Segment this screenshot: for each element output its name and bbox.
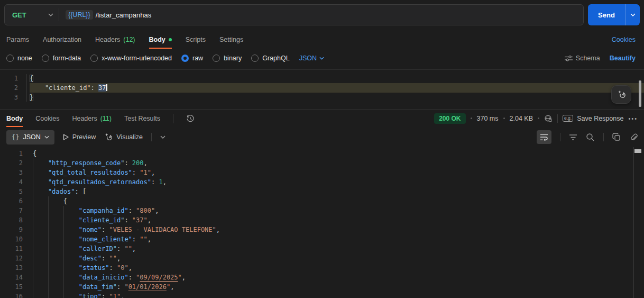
response-scrollbar-track[interactable] [633,147,634,298]
indent-guide [63,206,64,298]
line-number: 11 [0,244,23,254]
visualize-button[interactable]: Visualize [104,133,143,141]
url-variable-chip[interactable]: {{URL}} [66,10,93,20]
response-format-dropdown[interactable]: {} JSON [6,130,54,145]
send-split-button: Send [588,4,640,25]
filter-icon [569,134,577,141]
curly-braces-icon: {} [12,133,19,141]
divider [557,114,558,123]
radio-circle [213,55,220,62]
radio-circle [42,55,49,62]
status-badge[interactable]: 200 OK [434,113,465,124]
link-button[interactable] [629,133,638,141]
copy-icon [612,133,621,141]
code-line: 7 "campanha_id": "800", [0,206,633,215]
url-bar: GET {{URL}} /listar_campanhas [4,4,584,25]
radio-graphql[interactable]: GraphQL [251,55,289,62]
preview-button[interactable]: Preview [63,133,96,141]
network-info-button[interactable] [544,114,553,123]
tab-body[interactable]: Body [149,31,172,49]
code-line: 13 "status": "0", [0,263,633,273]
code-line: 14 "data_inicio": "09/09/2025", [0,273,633,282]
line-number: 4 [0,177,23,187]
response-status-group: 200 OK 370 ms 2.04 KB e.g. Save Response… [434,113,638,124]
line-number: 16 [0,292,23,298]
send-options-button[interactable] [625,4,640,25]
tab-params[interactable]: Params [6,31,29,49]
radio-circle [251,55,259,62]
response-scrollbar-thumb[interactable] [634,149,641,153]
sliders-icon [565,55,573,61]
radio-x-www-form-urlencoded[interactable]: x-www-form-urlencoded [90,55,172,62]
code-line: 1{ [0,74,644,83]
response-size[interactable]: 2.04 KB [510,115,533,122]
search-button[interactable] [586,133,595,142]
method-selector[interactable]: GET [5,5,59,25]
chevron-down-icon [630,13,636,16]
chevron-down-icon [44,136,49,139]
code-line: 8 "cliente_id": "37", [0,215,633,225]
line-number: 1 [0,74,18,83]
globe-lock-icon [544,114,553,123]
tab-authorization[interactable]: Authorization [43,31,81,49]
response-header: Body Cookies Headers(11) Test Results 20… [0,109,644,127]
url-input[interactable]: {{URL}} /listar_campanhas [59,10,151,20]
schema-button[interactable]: Schema [565,55,600,62]
response-time[interactable]: 370 ms [477,115,499,122]
code-line: 1{ [0,149,633,158]
line-number: 3 [0,93,18,102]
radio-raw[interactable]: raw [181,55,203,62]
line-number: 12 [0,254,23,263]
response-tab-cookies[interactable]: Cookies [35,110,59,127]
visualize-sparkle-icon [104,133,113,141]
beautify-button[interactable]: Beautify [610,55,636,62]
cookies-link[interactable]: Cookies [612,36,636,43]
divider [151,133,152,141]
format-options-button[interactable] [160,136,165,139]
line-number: 7 [0,206,23,215]
history-button[interactable] [186,114,195,123]
chevron-down-icon [48,13,53,16]
separator-dot [538,118,539,119]
radio-none[interactable]: none [6,55,32,62]
separator-dot [503,118,505,119]
code-line: 4 "qtd_resultados_retornados": 1, [0,177,633,187]
tab-settings[interactable]: Settings [219,31,243,49]
more-options-icon[interactable]: ••• [628,115,638,122]
code-line: 2 "cliente_id": 37 [0,83,644,93]
radio-circle [6,55,14,62]
divider [560,133,560,141]
line-number: 8 [0,215,23,225]
url-path: /listar_campanhas [96,11,152,19]
body-type-row: none form-data x-www-form-urlencoded raw… [0,51,644,66]
tab-scripts[interactable]: Scripts [186,31,206,49]
indent-guide [48,196,49,298]
copy-button[interactable] [612,133,621,141]
code-line: 3 "qtd_total_resultados": "1", [0,168,633,177]
request-editor-scrollbar[interactable] [639,80,641,107]
chevron-down-icon [160,136,165,139]
request-body-editor[interactable]: 1{2 "cliente_id": 373} [0,69,644,109]
code-line: 2 "http_response_code": 200, [0,158,633,168]
radio-form-data[interactable]: form-data [42,55,81,62]
response-tab-test-results[interactable]: Test Results [124,110,160,127]
response-tab-headers[interactable]: Headers(11) [72,110,112,127]
postbot-button[interactable] [611,85,631,104]
code-line: 15 "data_fim": "01/01/2026", [0,282,633,292]
headers-count: (12) [123,36,135,43]
response-tab-body[interactable]: Body [6,110,23,127]
filter-button[interactable] [569,134,577,141]
send-button[interactable]: Send [588,4,625,25]
code-line: 11 "callerID": "", [0,244,633,254]
line-number: 9 [0,225,23,234]
tab-headers[interactable]: Headers(12) [95,31,135,49]
save-response-button[interactable]: e.g. Save Response [563,115,623,122]
response-headers-count: (11) [100,115,112,122]
language-dropdown[interactable]: JSON [299,55,324,62]
radio-binary[interactable]: binary [213,55,242,62]
wrap-text-button[interactable] [537,130,551,144]
response-body-viewer[interactable]: 1{2 "http_response_code": 200,3 "qtd_tot… [0,147,633,298]
radio-circle [90,55,98,62]
line-number: 2 [0,158,23,168]
play-icon [63,134,69,140]
